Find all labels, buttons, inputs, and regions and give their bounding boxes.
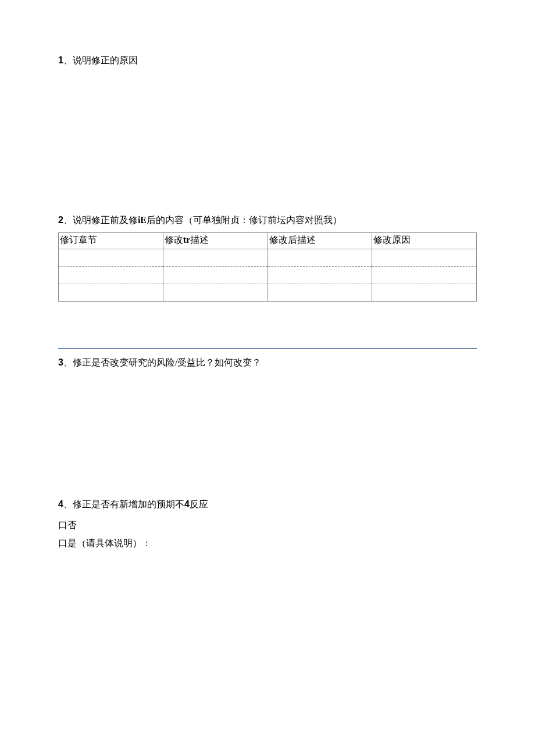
cell [59, 284, 163, 301]
blank-area-3 [58, 374, 477, 496]
th-before: 修改tr描述 [163, 232, 268, 249]
section-3-heading: 3、修正是否改变研究的风险/受益比？如何改变？ [58, 354, 477, 371]
th-before-b: 描述 [190, 235, 209, 245]
section-1-text: 、说明修正的原因 [63, 55, 138, 65]
th-after-text: 修改后描述 [269, 235, 316, 245]
section-2-bold: iE [138, 215, 147, 225]
cell [372, 249, 477, 266]
section-1-heading: 1、说明修正的原因 [58, 52, 477, 69]
th-chapter-text: 修订章节 [60, 235, 97, 245]
section-2-text-b: 后的内容（可单独附贞：修订前坛内容对照我） [147, 215, 342, 225]
section-4-text-a: 、修正是否有新增加的预期不 [63, 499, 184, 509]
cell [372, 266, 477, 284]
cell [372, 284, 477, 301]
cell [268, 249, 372, 266]
section-2-num: 2 [58, 215, 63, 225]
section-2-heading: 2、说明修正前及修iE后的内容（可单独附贞：修订前坛内容对照我） [58, 212, 477, 229]
cell [163, 249, 268, 266]
cell [163, 266, 268, 284]
section-2-text-a: 、说明修正前及修 [63, 215, 138, 225]
th-reason-text: 修改原因 [373, 235, 411, 245]
th-before-bold: tr [183, 235, 190, 245]
table-header-row: 修订章节 修改tr描述 修改后描述 修改原因 [59, 232, 477, 249]
section-3-num: 3 [58, 357, 63, 367]
cell [59, 266, 163, 284]
cell [268, 284, 372, 301]
th-before-a: 修改 [165, 235, 183, 245]
cell [163, 284, 268, 301]
checkbox-yes: 口是（请具体说明）： [58, 535, 477, 552]
section-4-text-b: 反应 [190, 499, 208, 509]
th-after: 修改后描述 [268, 232, 372, 249]
separator-rule [58, 348, 477, 349]
revision-table-wrap: 修订章节 修改tr描述 修改后描述 修改原因 [58, 232, 477, 302]
th-reason: 修改原因 [372, 232, 477, 249]
section-3-text: 、修正是否改变研究的风险/受益比？如何改变？ [63, 357, 261, 367]
table-row [59, 249, 477, 266]
section-4-heading: 4、修正是否有新增加的预期不4反应 [58, 496, 477, 513]
table-row [59, 266, 477, 284]
section-4-num: 4 [58, 499, 63, 509]
blank-area-1 [58, 73, 477, 212]
section-4-bold: 4 [184, 499, 190, 509]
section-1-num: 1 [58, 55, 63, 65]
th-chapter: 修订章节 [59, 232, 163, 249]
table-row [59, 284, 477, 301]
cell [268, 266, 372, 284]
revision-table: 修订章节 修改tr描述 修改后描述 修改原因 [58, 232, 477, 302]
cell [59, 249, 163, 266]
checkbox-no: 口否 [58, 517, 477, 534]
